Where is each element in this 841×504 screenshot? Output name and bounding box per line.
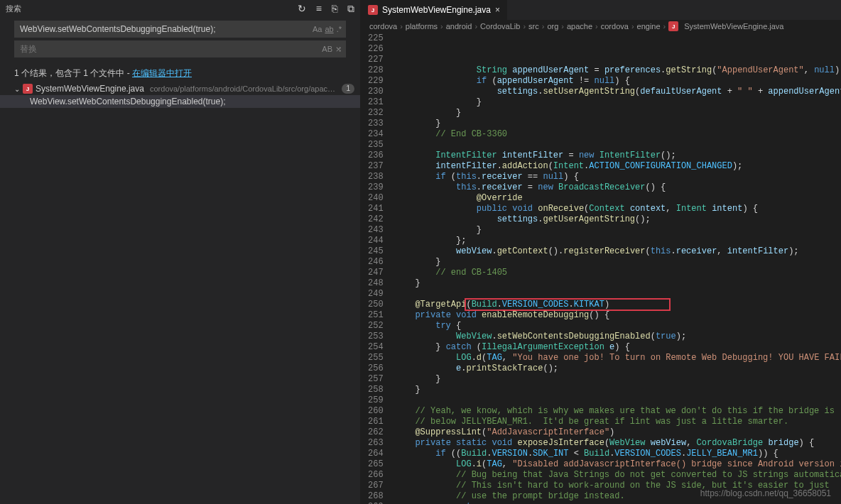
preserve-case-icon[interactable]: AB	[322, 45, 332, 54]
search-header: 搜索 ↻ ≡ ⎘ ⧉	[0, 0, 360, 18]
code-line[interactable]: private static void exposeJsInterface(We…	[395, 438, 841, 449]
result-file-name: SystemWebViewEngine.java	[36, 84, 144, 94]
java-file-icon: J	[668, 21, 678, 31]
refresh-icon[interactable]: ↻	[298, 3, 306, 15]
java-file-icon: J	[23, 84, 33, 94]
regex-icon[interactable]: .*	[337, 25, 342, 33]
line-gutter: 2252262272282292302312322332342352362372…	[361, 33, 395, 504]
breadcrumb-item[interactable]: android	[446, 22, 472, 31]
code-line[interactable]	[395, 395, 841, 406]
chevron-right-icon: ›	[542, 22, 545, 31]
result-match-row[interactable]: WebView.setWebContentsDebuggingEnabled(t…	[0, 95, 360, 108]
code-line[interactable]: }	[395, 119, 841, 129]
result-file-path: cordova/platforms/android/CordovaLib/src…	[150, 84, 339, 93]
breadcrumb-item[interactable]: CordovaLib	[480, 22, 520, 31]
open-in-editor-link[interactable]: 在编辑器中打开	[132, 68, 192, 78]
breadcrumb-item[interactable]: cordova	[369, 22, 397, 31]
code-line[interactable]: if (this.receiver == null) {	[395, 172, 841, 182]
breadcrumbs: cordova›platforms›android›CordovaLib›src…	[361, 20, 841, 33]
breadcrumb-item[interactable]: src	[528, 22, 539, 31]
new-file-icon[interactable]: ⎘	[332, 3, 337, 15]
code-line[interactable]: this.receiver = new BroadcastReceiver() …	[395, 182, 841, 193]
tab-label: SystemWebViewEngine.java	[382, 5, 491, 15]
replace-all-icon[interactable]: ⤨	[335, 45, 342, 54]
code-line[interactable]: if ((Build.VERSION.SDK_INT < Build.VERSI…	[395, 449, 841, 459]
code-content[interactable]: String appendUserAgent = preferences.get…	[395, 33, 841, 504]
code-line[interactable]: // Bug being that Java Strings do not ge…	[395, 470, 841, 481]
code-line[interactable]: // below JELLYBEAN_MR1. It'd be great if…	[395, 417, 841, 427]
code-area[interactable]: 2252262272282292302312322332342352362372…	[361, 33, 841, 504]
chevron-right-icon: ›	[595, 22, 598, 31]
search-input[interactable]	[14, 24, 308, 34]
chevron-right-icon: ›	[663, 22, 666, 31]
code-line[interactable]: @SuppressLint("AddJavascriptInterface")	[395, 427, 841, 438]
collapse-icon[interactable]: ⧉	[347, 3, 354, 15]
code-line[interactable]: }	[395, 257, 841, 268]
editor-tabs: J SystemWebViewEngine.java ×	[361, 0, 841, 20]
code-line[interactable]: LOG.d(TAG, "You have one job! To turn on…	[395, 353, 841, 363]
whole-word-icon[interactable]: ab	[325, 25, 333, 33]
code-line[interactable]: }	[395, 108, 841, 119]
code-line[interactable]: };	[395, 236, 841, 246]
tab-active[interactable]: J SystemWebViewEngine.java ×	[361, 0, 507, 20]
code-line[interactable]: }	[395, 225, 841, 236]
result-file-row[interactable]: ⌄ J SystemWebViewEngine.java cordova/pla…	[0, 82, 360, 95]
case-sensitive-icon[interactable]: Aa	[313, 25, 322, 33]
breadcrumb-item[interactable]: cordova	[601, 22, 629, 31]
code-line[interactable]: private void enableRemoteDebugging() {	[395, 310, 841, 321]
search-input-row: Aa ab .*	[14, 21, 346, 38]
results-summary: 1 个结果，包含于 1 个文件中 - 在编辑器中打开	[0, 65, 360, 82]
code-line[interactable]: webView.getContext().registerReceiver(th…	[395, 246, 841, 257]
chevron-right-icon: ›	[631, 22, 634, 31]
code-line[interactable]	[395, 140, 841, 150]
code-line[interactable]: String appendUserAgent = preferences.get…	[395, 65, 841, 76]
close-icon[interactable]: ×	[495, 5, 500, 15]
chevron-right-icon: ›	[474, 22, 477, 31]
code-line[interactable]: try {	[395, 321, 841, 332]
breadcrumb-item[interactable]: SystemWebViewEngine.java	[684, 22, 783, 31]
search-panel: 搜索 ↻ ≡ ⎘ ⧉ Aa ab .* AB ⤨ 1 个结果，包含于 1 个文件…	[0, 0, 361, 504]
code-line[interactable]: WebView.setWebContentsDebuggingEnabled(t…	[395, 332, 841, 342]
code-line[interactable]: LOG.i(TAG, "Disabled addJavascriptInterf…	[395, 459, 841, 470]
code-line[interactable]: }	[395, 385, 841, 395]
code-line[interactable]: intentFilter.addAction(Intent.ACTION_CON…	[395, 161, 841, 172]
breadcrumb-item[interactable]: apache	[567, 22, 592, 31]
code-line[interactable]: public void onReceive(Context context, I…	[395, 204, 841, 214]
replace-input-row: AB ⤨	[14, 40, 346, 57]
code-line[interactable]: @Override	[395, 193, 841, 204]
code-line[interactable]: }	[395, 374, 841, 385]
code-line[interactable]: // end CB-1405	[395, 268, 841, 278]
watermark: https://blog.csdn.net/qq_36658051	[700, 488, 831, 498]
breadcrumb-item[interactable]: platforms	[406, 22, 438, 31]
highlight-box	[465, 298, 671, 311]
code-line[interactable]: settings.setUserAgentString(defaultUserA…	[395, 87, 841, 97]
chevron-right-icon: ›	[400, 22, 403, 31]
editor-panel: J SystemWebViewEngine.java × cordova›pla…	[361, 0, 841, 504]
code-line[interactable]: // Yeah, we know, which is why we makes …	[395, 406, 841, 417]
code-line[interactable]: }	[395, 97, 841, 108]
chevron-down-icon: ⌄	[14, 85, 20, 93]
breadcrumb-item[interactable]: engine	[637, 22, 661, 31]
search-title: 搜索	[6, 4, 298, 14]
java-file-icon: J	[368, 5, 378, 15]
search-inputs: Aa ab .* AB ⤨	[0, 18, 360, 65]
clear-icon[interactable]: ≡	[316, 3, 322, 15]
chevron-right-icon: ›	[561, 22, 564, 31]
replace-input[interactable]	[14, 44, 318, 54]
summary-text: 1 个结果，包含于 1 个文件中 -	[14, 68, 132, 78]
chevron-right-icon: ›	[440, 22, 443, 31]
code-line[interactable]: if (appendUserAgent != null) {	[395, 76, 841, 87]
chevron-right-icon: ›	[523, 22, 526, 31]
code-line[interactable]: } catch (IllegalArgumentException e) {	[395, 342, 841, 353]
code-line[interactable]: }	[395, 278, 841, 289]
match-count-badge: 1	[342, 84, 354, 94]
code-line[interactable]: settings.getUserAgentString();	[395, 214, 841, 225]
code-line[interactable]: IntentFilter intentFilter = new IntentFi…	[395, 150, 841, 161]
code-line[interactable]: e.printStackTrace();	[395, 363, 841, 374]
search-toolbar: ↻ ≡ ⎘ ⧉	[298, 3, 354, 15]
breadcrumb-item[interactable]: org	[547, 22, 558, 31]
code-line[interactable]: // End CB-3360	[395, 129, 841, 140]
